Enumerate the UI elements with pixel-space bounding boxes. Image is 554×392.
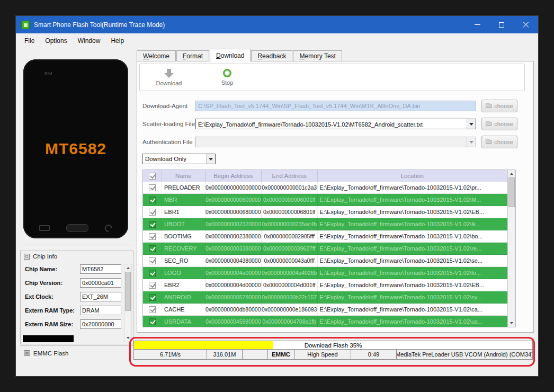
scatter-file-combo[interactable]: [195, 119, 476, 129]
table-row[interactable]: UBOOT0x00000000023200000x000000000235ac4…: [143, 218, 507, 230]
scroll-down-icon[interactable]: [508, 319, 515, 327]
menubar: FileOptionsWindowHelp: [16, 33, 538, 48]
tab-welcome[interactable]: Welcome: [137, 50, 176, 61]
cell-name: UBOOT: [162, 218, 205, 230]
chip-field-value[interactable]: [80, 278, 121, 288]
chip-icon: [24, 254, 30, 260]
row-checkbox[interactable]: [149, 257, 156, 264]
scatter-file-input[interactable]: [196, 120, 476, 129]
tab-format[interactable]: Format: [176, 50, 209, 61]
cell-loc: E:\Explay_Tornado\off_firmware\Tornado-1…: [318, 304, 507, 315]
column-header-end[interactable]: End Address: [262, 170, 318, 182]
table-row[interactable]: ANDROID0x00000000057800000x000000000b22c…: [143, 291, 507, 304]
phone-menu-key-icon: [39, 225, 50, 231]
chip-field-value[interactable]: [80, 264, 121, 274]
dropdown-arrow-icon[interactable]: [467, 137, 476, 147]
folder-icon: [486, 122, 492, 126]
table-header: NameBegin AddressEnd AddressLocation: [143, 170, 507, 182]
table-row[interactable]: EBR10x00000000006800000x00000000006801ff…: [143, 206, 507, 218]
cell-begin: 0x0000000004a00000: [205, 267, 262, 279]
menu-item-window[interactable]: Window: [73, 34, 106, 47]
chip-info-scrollbar[interactable]: [124, 264, 132, 342]
row-checkbox[interactable]: [149, 233, 156, 240]
triangle-down: [469, 141, 473, 144]
download-agent-row: Download-Agent choose: [142, 100, 517, 112]
scroll-up-icon[interactable]: [508, 170, 515, 177]
window-title: Smart Phone Flash Tool(Runtime Trace Mod…: [34, 21, 165, 29]
row-checkbox[interactable]: [149, 294, 156, 301]
scroll-up-icon[interactable]: [124, 264, 131, 272]
scrollbar-track[interactable]: [124, 311, 131, 334]
cell-loc: E:\Explay_Tornado\off_firmware\Tornado-1…: [318, 316, 507, 327]
menu-item-options[interactable]: Options: [40, 34, 72, 47]
chip-field-value[interactable]: [80, 292, 121, 301]
cell-loc: E:\Explay_Tornado\off_firmware\Tornado-1…: [318, 194, 507, 206]
row-checkbox[interactable]: [149, 245, 156, 252]
chip-field-value[interactable]: [80, 306, 121, 315]
dropdown-arrow-icon[interactable]: [467, 119, 476, 129]
tab-memory-test[interactable]: Memory Test: [293, 50, 342, 61]
download-button[interactable]: Download: [153, 69, 185, 86]
auth-file-choose-button[interactable]: choose: [481, 136, 517, 148]
app-icon: [21, 21, 30, 29]
phone-keys: [23, 224, 128, 232]
column-header-begin[interactable]: Begin Address: [205, 170, 262, 182]
row-checkbox[interactable]: [149, 270, 156, 277]
row-checkbox[interactable]: [149, 197, 156, 203]
stop-button[interactable]: Stop: [211, 69, 243, 86]
menu-item-file[interactable]: File: [19, 34, 40, 47]
cell-begin: 0x0000000004d00000: [205, 279, 262, 291]
download-agent-input[interactable]: [195, 101, 476, 111]
scrollbar-thumb[interactable]: [508, 177, 515, 207]
cell-begin: 0x0000000045980000: [205, 316, 262, 327]
tab-download[interactable]: Download: [210, 49, 251, 61]
download-agent-choose-button[interactable]: choose: [481, 100, 517, 112]
scrollbar-track[interactable]: [508, 207, 515, 319]
auth-file-input[interactable]: [196, 138, 476, 147]
column-header-name[interactable]: Name: [162, 170, 205, 182]
table-scrollbar[interactable]: [507, 170, 515, 327]
column-header-loc[interactable]: Location: [318, 170, 507, 182]
chip-field-value[interactable]: [80, 319, 121, 329]
row-checkbox[interactable]: [149, 282, 156, 289]
select-all-checkbox[interactable]: [149, 173, 156, 180]
row-checkbox[interactable]: [149, 318, 156, 325]
table-row[interactable]: RECOVERY0x00000000033800000x000000000396…: [143, 243, 507, 255]
row-checkbox[interactable]: [149, 306, 156, 313]
table-row[interactable]: BOOTIMG0x00000000023800000x0000000002905…: [143, 230, 507, 243]
cell-name: MBR: [162, 194, 205, 206]
table-row[interactable]: EBR20x0000000004d000000x0000000004d001ff…: [143, 279, 507, 291]
window-body: BM MT6582 Chip Info Chip Name:Chip Versi…: [16, 48, 538, 376]
row-checkbox-cell: [143, 304, 162, 315]
row-checkbox[interactable]: [149, 221, 156, 228]
table-row[interactable]: USRDATA0x00000000459800000x000000004708a…: [143, 316, 507, 327]
auth-file-combo[interactable]: [195, 137, 476, 147]
maximize-button[interactable]: [489, 16, 514, 33]
row-checkbox[interactable]: [149, 184, 156, 191]
table-row[interactable]: LOGO0x0000000004a000000x0000000004a4026b…: [143, 267, 507, 279]
download-tab-content: Download Stop Download-Agent choose Scat…: [137, 61, 534, 333]
table-row[interactable]: PRELOADER0x00000000000000000x00000000000…: [143, 182, 507, 194]
triangle-down: [510, 322, 513, 324]
tab-readback[interactable]: Readback: [251, 50, 292, 61]
table-row[interactable]: CACHE0x000000000db800000x000000000e18609…: [143, 304, 507, 316]
cell-loc: E:\Explay_Tornado\off_firmware\Tornado-1…: [318, 182, 507, 193]
dropdown-arrow-icon[interactable]: [206, 154, 215, 164]
cell-end: 0x000000000e186093: [262, 304, 318, 315]
scroll-down-icon[interactable]: [124, 334, 131, 342]
choose-button-label: choose: [494, 121, 513, 127]
table-row[interactable]: SEC_RO0x00000000043800000x00000000043a0f…: [143, 255, 507, 267]
scrollbar-thumb[interactable]: [125, 272, 131, 311]
cell-end: 0x000000004708a1fb: [262, 316, 318, 327]
close-button[interactable]: [514, 16, 538, 33]
row-checkbox[interactable]: [149, 209, 156, 216]
download-mode-select[interactable]: Download Only: [142, 154, 216, 164]
row-checkbox-cell: [143, 243, 162, 254]
table-row[interactable]: MBR0x00000000006000000x00000000006001ffE…: [143, 194, 507, 206]
cell-end: 0x0000000004d001ff: [262, 279, 318, 291]
menu-item-help[interactable]: Help: [105, 34, 129, 47]
cell-loc: E:\Explay_Tornado\off_firmware\Tornado-1…: [318, 291, 507, 303]
minimize-button[interactable]: [465, 16, 489, 33]
scatter-file-choose-button[interactable]: choose: [481, 118, 517, 130]
download-progress-bar: Download Flash 35%: [133, 341, 533, 350]
